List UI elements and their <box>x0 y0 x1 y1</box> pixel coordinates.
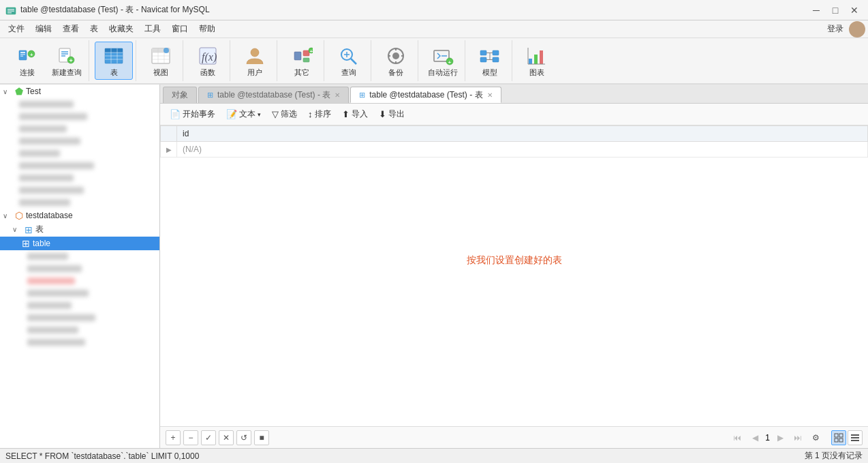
prev-page-button[interactable]: ◀ <box>747 430 762 445</box>
tree-toggle-tables: ∨ <box>12 226 22 233</box>
menu-bar: 文件 编辑 查看 表 收藏夹 工具 窗口 帮助 登录 <box>0 20 868 38</box>
text-icon: 📝 <box>226 109 237 119</box>
menu-view[interactable]: 查看 <box>57 22 84 36</box>
db-label: testdatabase <box>26 211 73 220</box>
auto-run-label: 自动运行 <box>428 69 458 76</box>
svg-rect-67 <box>851 434 859 436</box>
text-button[interactable]: 📝 文本 ▾ <box>222 107 265 121</box>
add-record-button[interactable]: + <box>166 430 181 445</box>
model-button[interactable]: 模型 <box>471 42 509 80</box>
svg-rect-65 <box>835 438 838 442</box>
user-button[interactable]: 用户 <box>236 42 274 80</box>
test-icon: ⬟ <box>15 86 23 97</box>
menu-favorites[interactable]: 收藏夹 <box>104 22 139 36</box>
sidebar-item-table[interactable]: ⊞ table <box>0 237 159 250</box>
next-page-button[interactable]: ▶ <box>773 430 788 445</box>
col-id-label: id <box>183 129 189 138</box>
sidebar-item-tables[interactable]: ∨ ⊞ 表 <box>0 222 159 237</box>
row-arrow-cell: ▶ <box>161 142 177 158</box>
import-icon: ⬆ <box>342 109 350 119</box>
page-number: 1 <box>765 433 770 443</box>
tree-toggle-testdatabase: ∨ <box>3 212 12 220</box>
refresh-button[interactable]: ↺ <box>236 430 251 445</box>
import-label: 导入 <box>352 108 368 120</box>
menu-table[interactable]: 表 <box>84 22 104 36</box>
export-button[interactable]: ⬇ 导出 <box>375 107 409 121</box>
sidebar-item-testdatabase[interactable]: ∨ ⬡ testdatabase <box>0 209 159 222</box>
backup-button[interactable]: 备份 <box>377 42 415 80</box>
view-button[interactable]: 视图 <box>142 42 180 80</box>
menu-tools[interactable]: 工具 <box>139 22 166 36</box>
view-icon <box>150 45 172 67</box>
chart-label: 图表 <box>529 69 544 76</box>
new-query-button[interactable]: + 新建查询 <box>48 42 86 80</box>
export-icon: ⬇ <box>379 109 386 119</box>
pagination-settings-button[interactable]: ⚙ <box>808 430 823 445</box>
toolbar-group-autorun: + 自动运行 <box>421 40 465 81</box>
blurred-below-items <box>0 250 159 348</box>
chart-button[interactable]: 图表 <box>518 42 556 80</box>
stop-button[interactable]: ■ <box>254 430 269 445</box>
title-bar-text: table @testdatabase (Test) - 表 - Navicat… <box>20 4 808 16</box>
auto-run-button[interactable]: + 自动运行 <box>424 42 462 80</box>
svg-rect-49 <box>480 50 486 55</box>
menu-help[interactable]: 帮助 <box>193 22 221 36</box>
status-bar: SELECT * FROM `testdatabase`.`table` LIM… <box>0 448 868 463</box>
tab-table-data-icon: ⊞ <box>359 91 365 100</box>
tab-object[interactable]: 对象 <box>163 87 197 103</box>
tab-table-data[interactable]: ⊞ table @testdatabase (Test) - 表 ✕ <box>350 87 501 103</box>
connect-button[interactable]: + 连接 <box>8 42 46 80</box>
import-button[interactable]: ⬆ 导入 <box>338 107 372 121</box>
sort-button[interactable]: ↕ 排序 <box>304 107 335 121</box>
discard-button[interactable]: ✕ <box>219 430 234 445</box>
function-button[interactable]: f(x) 函数 <box>189 42 227 80</box>
query-button[interactable]: 查询 <box>330 42 368 80</box>
maximize-button[interactable]: □ <box>827 3 843 17</box>
menu-window[interactable]: 窗口 <box>166 22 193 36</box>
list-view-button[interactable] <box>848 430 863 445</box>
minimize-button[interactable]: ─ <box>808 3 824 17</box>
svg-rect-2 <box>7 10 14 12</box>
toolbar-group-table: 表 <box>92 40 136 81</box>
connect-label: 连接 <box>20 69 35 76</box>
delete-record-button[interactable]: − <box>183 430 198 445</box>
svg-text:f(x): f(x) <box>202 51 217 63</box>
confirm-button[interactable]: ✓ <box>201 430 216 445</box>
tab-table-design-close[interactable]: ✕ <box>335 91 340 99</box>
first-page-button[interactable]: ⏮ <box>730 430 745 445</box>
bottom-toolbar: + − ✓ ✕ ↺ ■ ⏮ ◀ 1 ▶ ⏭ ⚙ <box>160 426 868 448</box>
svg-point-44 <box>392 53 399 59</box>
new-query-icon: + <box>56 45 78 67</box>
menu-file[interactable]: 文件 <box>3 22 30 36</box>
other-button[interactable]: + 其它 <box>283 42 321 80</box>
model-label: 模型 <box>482 69 497 76</box>
toolbar-group-model: 模型 <box>468 40 512 81</box>
col-id-header[interactable]: id <box>177 126 868 142</box>
user-avatar[interactable] <box>849 21 865 38</box>
table-icon <box>103 45 125 67</box>
tables-icon: ⊞ <box>25 224 33 235</box>
tab-table-design[interactable]: ⊞ table @testdatabase (Test) - 表 ✕ <box>198 87 349 103</box>
status-records: 第 1 页没有记录 <box>805 450 863 462</box>
sidebar-item-test[interactable]: ∨ ⬟ Test <box>0 85 159 98</box>
row-value-cell[interactable]: (N/A) <box>177 142 868 158</box>
filter-button[interactable]: ▽ 筛选 <box>268 107 301 121</box>
grid-view-button[interactable] <box>831 430 846 445</box>
last-page-button[interactable]: ⏭ <box>790 430 805 445</box>
table-button[interactable]: 表 <box>95 42 133 80</box>
title-bar-controls: ─ □ ✕ <box>808 3 863 17</box>
table-tree-label: table <box>33 239 50 248</box>
svg-rect-5 <box>20 52 25 53</box>
menu-edit[interactable]: 编辑 <box>30 22 57 36</box>
table-row[interactable]: ▶ (N/A) <box>161 142 868 158</box>
toolbar-group-view: 视图 <box>139 40 183 81</box>
data-table: id ▶ (N/A) <box>160 125 868 158</box>
close-button[interactable]: ✕ <box>846 3 863 17</box>
view-buttons <box>831 430 863 445</box>
other-icon: + <box>291 45 313 67</box>
query-label: 查询 <box>341 69 356 76</box>
tab-table-data-close[interactable]: ✕ <box>487 91 493 99</box>
login-button[interactable]: 登录 <box>827 23 843 35</box>
begin-transaction-button[interactable]: 📄 开始事务 <box>166 107 219 121</box>
tab-object-label: 对象 <box>172 89 188 101</box>
